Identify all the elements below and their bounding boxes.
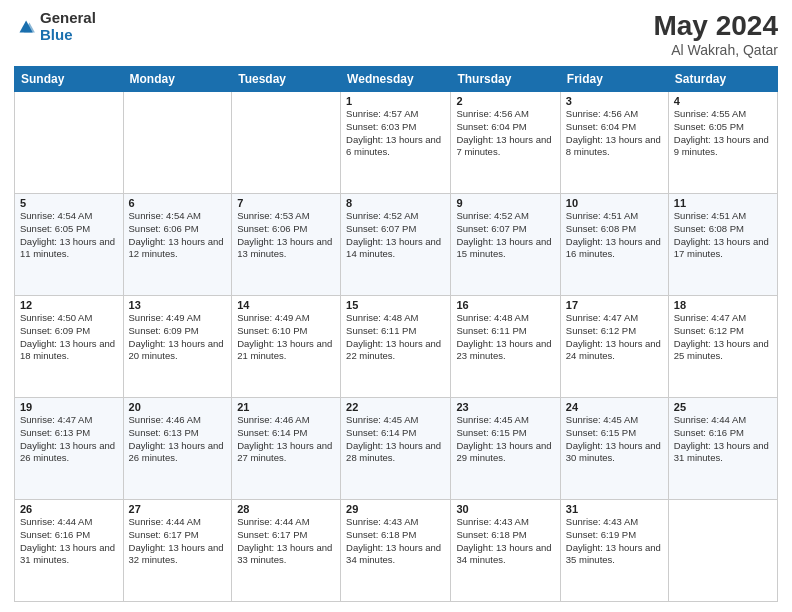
cell-date-number: 3 [566,95,663,107]
calendar-cell [668,500,777,602]
calendar-week-2: 12Sunrise: 4:50 AM Sunset: 6:09 PM Dayli… [15,296,778,398]
cell-date-number: 22 [346,401,445,413]
calendar-week-4: 26Sunrise: 4:44 AM Sunset: 6:16 PM Dayli… [15,500,778,602]
calendar-cell: 2Sunrise: 4:56 AM Sunset: 6:04 PM Daylig… [451,92,560,194]
calendar-cell: 16Sunrise: 4:48 AM Sunset: 6:11 PM Dayli… [451,296,560,398]
cell-info-text: Sunrise: 4:53 AM Sunset: 6:06 PM Dayligh… [237,210,335,261]
calendar-cell: 22Sunrise: 4:45 AM Sunset: 6:14 PM Dayli… [341,398,451,500]
col-header-monday: Monday [123,67,232,92]
cell-info-text: Sunrise: 4:43 AM Sunset: 6:18 PM Dayligh… [456,516,554,567]
calendar-cell: 26Sunrise: 4:44 AM Sunset: 6:16 PM Dayli… [15,500,124,602]
cell-info-text: Sunrise: 4:51 AM Sunset: 6:08 PM Dayligh… [566,210,663,261]
cell-info-text: Sunrise: 4:46 AM Sunset: 6:13 PM Dayligh… [129,414,227,465]
calendar-cell [123,92,232,194]
title-location: Al Wakrah, Qatar [653,42,778,58]
cell-date-number: 15 [346,299,445,311]
calendar-cell: 20Sunrise: 4:46 AM Sunset: 6:13 PM Dayli… [123,398,232,500]
calendar-cell: 27Sunrise: 4:44 AM Sunset: 6:17 PM Dayli… [123,500,232,602]
cell-info-text: Sunrise: 4:45 AM Sunset: 6:14 PM Dayligh… [346,414,445,465]
col-header-saturday: Saturday [668,67,777,92]
calendar-cell: 10Sunrise: 4:51 AM Sunset: 6:08 PM Dayli… [560,194,668,296]
cell-info-text: Sunrise: 4:52 AM Sunset: 6:07 PM Dayligh… [456,210,554,261]
calendar-cell: 25Sunrise: 4:44 AM Sunset: 6:16 PM Dayli… [668,398,777,500]
cell-date-number: 8 [346,197,445,209]
cell-info-text: Sunrise: 4:43 AM Sunset: 6:19 PM Dayligh… [566,516,663,567]
calendar-cell: 15Sunrise: 4:48 AM Sunset: 6:11 PM Dayli… [341,296,451,398]
cell-info-text: Sunrise: 4:45 AM Sunset: 6:15 PM Dayligh… [566,414,663,465]
cell-info-text: Sunrise: 4:48 AM Sunset: 6:11 PM Dayligh… [346,312,445,363]
cell-info-text: Sunrise: 4:54 AM Sunset: 6:05 PM Dayligh… [20,210,118,261]
cell-info-text: Sunrise: 4:56 AM Sunset: 6:04 PM Dayligh… [566,108,663,159]
calendar-cell: 7Sunrise: 4:53 AM Sunset: 6:06 PM Daylig… [232,194,341,296]
calendar-cell: 24Sunrise: 4:45 AM Sunset: 6:15 PM Dayli… [560,398,668,500]
logo-general-text: General [40,10,96,27]
calendar-cell: 23Sunrise: 4:45 AM Sunset: 6:15 PM Dayli… [451,398,560,500]
calendar-cell: 3Sunrise: 4:56 AM Sunset: 6:04 PM Daylig… [560,92,668,194]
calendar-cell: 31Sunrise: 4:43 AM Sunset: 6:19 PM Dayli… [560,500,668,602]
cell-info-text: Sunrise: 4:48 AM Sunset: 6:11 PM Dayligh… [456,312,554,363]
calendar-cell: 12Sunrise: 4:50 AM Sunset: 6:09 PM Dayli… [15,296,124,398]
cell-info-text: Sunrise: 4:44 AM Sunset: 6:16 PM Dayligh… [20,516,118,567]
calendar-cell: 5Sunrise: 4:54 AM Sunset: 6:05 PM Daylig… [15,194,124,296]
cell-date-number: 7 [237,197,335,209]
cell-date-number: 18 [674,299,772,311]
cell-date-number: 21 [237,401,335,413]
cell-date-number: 28 [237,503,335,515]
calendar-cell: 13Sunrise: 4:49 AM Sunset: 6:09 PM Dayli… [123,296,232,398]
cell-info-text: Sunrise: 4:49 AM Sunset: 6:10 PM Dayligh… [237,312,335,363]
cell-date-number: 23 [456,401,554,413]
calendar-cell: 28Sunrise: 4:44 AM Sunset: 6:17 PM Dayli… [232,500,341,602]
cell-info-text: Sunrise: 4:51 AM Sunset: 6:08 PM Dayligh… [674,210,772,261]
cell-info-text: Sunrise: 4:47 AM Sunset: 6:12 PM Dayligh… [674,312,772,363]
cell-info-text: Sunrise: 4:44 AM Sunset: 6:17 PM Dayligh… [237,516,335,567]
cell-info-text: Sunrise: 4:46 AM Sunset: 6:14 PM Dayligh… [237,414,335,465]
calendar-cell: 17Sunrise: 4:47 AM Sunset: 6:12 PM Dayli… [560,296,668,398]
col-header-tuesday: Tuesday [232,67,341,92]
cell-date-number: 29 [346,503,445,515]
cell-date-number: 4 [674,95,772,107]
cell-date-number: 13 [129,299,227,311]
logo-icon [14,16,36,38]
cell-info-text: Sunrise: 4:55 AM Sunset: 6:05 PM Dayligh… [674,108,772,159]
calendar-cell [232,92,341,194]
col-header-sunday: Sunday [15,67,124,92]
calendar-cell: 21Sunrise: 4:46 AM Sunset: 6:14 PM Dayli… [232,398,341,500]
cell-info-text: Sunrise: 4:52 AM Sunset: 6:07 PM Dayligh… [346,210,445,261]
col-header-wednesday: Wednesday [341,67,451,92]
calendar-header-row: SundayMondayTuesdayWednesdayThursdayFrid… [15,67,778,92]
cell-date-number: 17 [566,299,663,311]
calendar-cell: 1Sunrise: 4:57 AM Sunset: 6:03 PM Daylig… [341,92,451,194]
calendar-cell: 8Sunrise: 4:52 AM Sunset: 6:07 PM Daylig… [341,194,451,296]
cell-info-text: Sunrise: 4:47 AM Sunset: 6:13 PM Dayligh… [20,414,118,465]
cell-date-number: 20 [129,401,227,413]
calendar-cell: 14Sunrise: 4:49 AM Sunset: 6:10 PM Dayli… [232,296,341,398]
calendar-cell: 29Sunrise: 4:43 AM Sunset: 6:18 PM Dayli… [341,500,451,602]
cell-date-number: 24 [566,401,663,413]
logo-blue-text: Blue [40,27,96,44]
cell-date-number: 19 [20,401,118,413]
cell-info-text: Sunrise: 4:56 AM Sunset: 6:04 PM Dayligh… [456,108,554,159]
cell-date-number: 26 [20,503,118,515]
cell-date-number: 11 [674,197,772,209]
cell-info-text: Sunrise: 4:44 AM Sunset: 6:16 PM Dayligh… [674,414,772,465]
cell-date-number: 5 [20,197,118,209]
cell-date-number: 2 [456,95,554,107]
calendar-cell: 4Sunrise: 4:55 AM Sunset: 6:05 PM Daylig… [668,92,777,194]
title-block: May 2024 Al Wakrah, Qatar [653,10,778,58]
calendar-cell: 30Sunrise: 4:43 AM Sunset: 6:18 PM Dayli… [451,500,560,602]
cell-date-number: 10 [566,197,663,209]
logo: General Blue [14,10,96,43]
cell-date-number: 30 [456,503,554,515]
calendar-cell: 11Sunrise: 4:51 AM Sunset: 6:08 PM Dayli… [668,194,777,296]
col-header-thursday: Thursday [451,67,560,92]
calendar-week-1: 5Sunrise: 4:54 AM Sunset: 6:05 PM Daylig… [15,194,778,296]
cell-date-number: 16 [456,299,554,311]
cell-info-text: Sunrise: 4:57 AM Sunset: 6:03 PM Dayligh… [346,108,445,159]
cell-info-text: Sunrise: 4:49 AM Sunset: 6:09 PM Dayligh… [129,312,227,363]
cell-info-text: Sunrise: 4:45 AM Sunset: 6:15 PM Dayligh… [456,414,554,465]
cell-info-text: Sunrise: 4:43 AM Sunset: 6:18 PM Dayligh… [346,516,445,567]
cell-info-text: Sunrise: 4:44 AM Sunset: 6:17 PM Dayligh… [129,516,227,567]
page: General Blue May 2024 Al Wakrah, Qatar S… [0,0,792,612]
cell-date-number: 31 [566,503,663,515]
calendar-cell: 6Sunrise: 4:54 AM Sunset: 6:06 PM Daylig… [123,194,232,296]
